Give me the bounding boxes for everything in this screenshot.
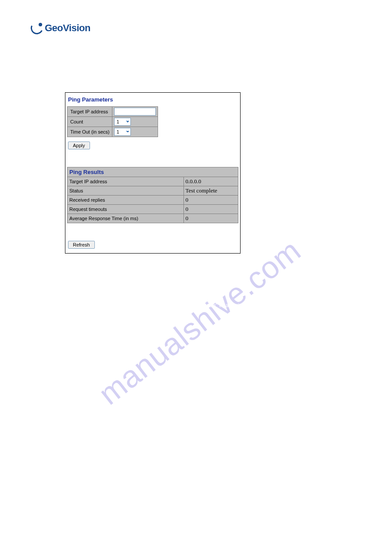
desc-note: NOTE: After clicking "Apply", it is esse… <box>66 301 329 310</box>
table-row: Status Test complete <box>68 186 238 196</box>
result-value: 0 <box>183 214 238 223</box>
result-label: Target IP address <box>68 177 184 186</box>
row-target-ip: Target IP address <box>68 107 158 117</box>
count-select[interactable]: 1 <box>114 118 131 126</box>
desc-count: Count: The number of echo requests will … <box>66 276 329 286</box>
row-timeout: Time Out (in secs) 1 <box>68 127 158 137</box>
ping-parameters-table: Target IP address Count 1 Time Out (in s… <box>67 106 158 137</box>
note-label: NOTE: <box>66 302 83 308</box>
result-value: 0 <box>183 196 238 205</box>
ping-panel: Ping Parameters Target IP address Count … <box>65 92 241 254</box>
watermark-text: manualshive.com <box>92 232 307 412</box>
intro-paragraph: Use the "PING" to test the switch to oth… <box>66 72 329 80</box>
table-row: Request timeouts 0 <box>68 205 238 214</box>
page-number: 64 <box>31 540 36 546</box>
table-row: Target IP address 0.0.0.0 <box>68 177 238 186</box>
row-count: Count 1 <box>68 117 158 127</box>
refresh-button[interactable]: Refresh <box>68 241 95 249</box>
table-row: Average Response Time (in ms) 0 <box>68 214 238 223</box>
note-text: After clicking "Apply", it is essential … <box>85 302 297 308</box>
result-label: Average Response Time (in ms) <box>68 214 184 223</box>
logo-text: GeoVision <box>45 22 90 34</box>
section-heading: 4.12.4 Ping <box>66 57 329 67</box>
result-label: Request timeouts <box>68 205 184 214</box>
timeout-select[interactable]: 1 <box>114 128 131 136</box>
table-row: Received replies 0 <box>68 196 238 205</box>
description-block: Target IP Address: The IP address of the… <box>66 264 329 313</box>
brand-logo: GeoVision <box>31 22 90 34</box>
ping-results-table: Ping Results Target IP address 0.0.0.0 S… <box>67 167 238 223</box>
apply-button[interactable]: Apply <box>68 141 90 149</box>
intro-block: 4.12.4 Ping Use the "PING" to test the s… <box>66 57 329 80</box>
result-value: Test complete <box>183 186 238 196</box>
logo-mark-icon <box>31 22 43 34</box>
result-value: 0 <box>183 205 238 214</box>
label-target-ip: Target IP address <box>68 107 112 117</box>
label-timeout: Time Out (in secs) <box>68 127 112 137</box>
result-value: 0.0.0.0 <box>183 177 238 186</box>
result-label: Status <box>68 186 184 196</box>
label-count: Count <box>68 117 112 127</box>
desc-target-ip: Target IP Address: The IP address of the… <box>66 264 329 273</box>
target-ip-input[interactable] <box>114 108 156 116</box>
ping-results-title: Ping Results <box>68 167 238 177</box>
ping-parameters-title: Ping Parameters <box>67 94 238 106</box>
desc-timeout: Time Out: The timeout value in seconds. <box>66 288 329 298</box>
result-label: Received replies <box>68 196 184 205</box>
